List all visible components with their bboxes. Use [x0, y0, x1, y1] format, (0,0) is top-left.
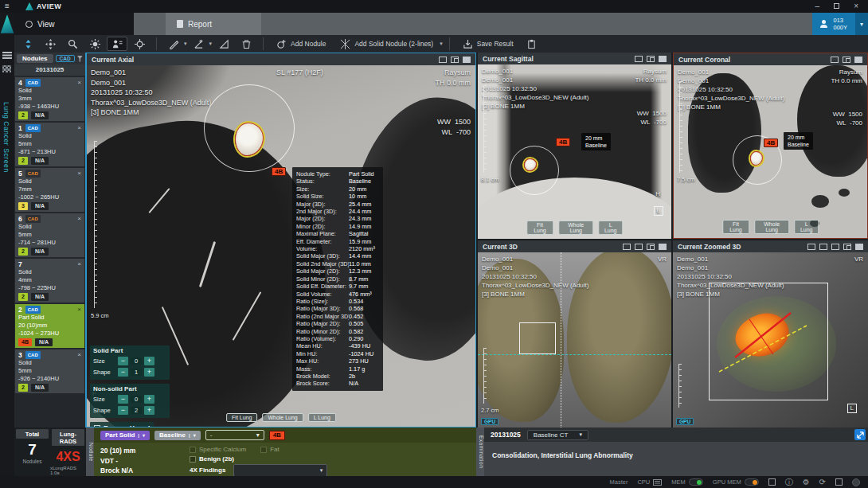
examination-section-tab[interactable]: Examination: [476, 427, 484, 476]
rail-layout-grid-icon[interactable]: [2, 65, 12, 73]
annotation-settings-icon[interactable]: [843, 57, 850, 63]
nonsolid-size-plus-button[interactable]: +: [144, 395, 154, 404]
nonsolid-shape-minus-button[interactable]: −: [118, 406, 128, 415]
clipboard-icon[interactable]: [768, 478, 776, 486]
patient-dropdown-chevron-icon[interactable]: ▾: [855, 13, 868, 35]
maximize-view-icon[interactable]: [854, 57, 862, 63]
add-nodule-button[interactable]: Add Nodule: [270, 37, 332, 51]
lung-region-button[interactable]: Fit Lung: [526, 221, 553, 235]
cad-toggle[interactable]: CAD: [56, 55, 75, 62]
minimize-button[interactable]: –: [815, 0, 820, 13]
solid-shape-minus-button[interactable]: −: [118, 368, 128, 377]
lung-region-button[interactable]: Whole Lung: [558, 221, 593, 235]
viewport-axial[interactable]: Current Axial Demo_001Demo_00120131025 1…: [86, 53, 476, 427]
viewport-zoomed-3d[interactable]: Current Zoomed 3D Demo_001Demo_001201310…: [673, 240, 868, 427]
viewport-3d[interactable]: Current 3D Demo_001Demo_00120131025 10:3…: [478, 240, 671, 427]
user-status-icon[interactable]: [852, 478, 860, 486]
nodule-grade-badge[interactable]: 4B: [272, 167, 286, 176]
lung-region-button[interactable]: L Lung: [794, 220, 819, 234]
snapshot-icon[interactable]: [831, 244, 839, 250]
window-layout-icon[interactable]: [835, 478, 843, 486]
lung-region-button[interactable]: Whole Lung: [262, 413, 303, 422]
sync-icon[interactable]: ⟳: [819, 478, 826, 487]
nonsolid-size-minus-button[interactable]: −: [118, 395, 128, 404]
snapshot-icon[interactable]: [635, 244, 643, 250]
tab-view[interactable]: View: [14, 13, 134, 35]
crosshair-icon[interactable]: [129, 37, 150, 51]
nodule-grade-badge[interactable]: 4B: [764, 139, 778, 147]
remove-vessel-checkbox[interactable]: Remove Vessel: [90, 422, 154, 427]
close-icon[interactable]: ×: [77, 351, 81, 359]
nodule-card[interactable]: 3CAD×Solid5mm-926 ~ 2140HU2N/A: [15, 349, 84, 393]
mem-toggle[interactable]: [689, 478, 703, 486]
annotation-settings-icon[interactable]: [451, 57, 459, 63]
maximize-view-icon[interactable]: [855, 244, 863, 250]
study-date[interactable]: 20131025: [14, 64, 85, 76]
app-menu-icon[interactable]: ≡: [0, 0, 14, 13]
clipboard-icon[interactable]: [522, 37, 542, 51]
close-icon[interactable]: ×: [77, 260, 81, 268]
nonsolid-shape-plus-button[interactable]: +: [144, 406, 154, 415]
filter-icon[interactable]: [77, 56, 83, 62]
lung-region-button[interactable]: Whole Lung: [754, 220, 789, 234]
nodule-card[interactable]: 6CAD×Solid5mm-714 ~ 281HU2N/A: [15, 213, 84, 257]
tab-report[interactable]: Report: [166, 13, 261, 35]
nodule-card[interactable]: 5CAD×Solid7mm-1002 ~ 265HU3N/A: [15, 168, 84, 212]
maximize-view-icon[interactable]: [659, 244, 667, 250]
layout-icon[interactable]: [623, 244, 631, 250]
layout-icon[interactable]: [819, 244, 827, 250]
nodule-grade-badge[interactable]: 4B: [556, 138, 570, 146]
save-result-button[interactable]: Save Result: [456, 37, 520, 51]
coronal-image[interactable]: Demo_001Demo_00120131025 10:32:50Thorax^…: [674, 65, 867, 238]
solid-size-plus-button[interactable]: +: [144, 357, 154, 365]
add-solid-nodule-dropdown-icon[interactable]: ▾: [440, 41, 443, 47]
lung-region-button[interactable]: Fit Lung: [226, 413, 257, 422]
exam-date[interactable]: 20131025: [491, 431, 521, 439]
close-icon[interactable]: ×: [77, 306, 81, 314]
annotation-settings-icon[interactable]: [843, 244, 851, 250]
maximize-view-icon[interactable]: [463, 57, 471, 63]
viewport-sagittal[interactable]: Current Sagittal Demo_001Demo_0012013102…: [478, 53, 671, 239]
rail-menu-icon[interactable]: [2, 51, 12, 59]
nodule-locator-box[interactable]: [519, 322, 556, 354]
flip-vertical-icon[interactable]: [18, 37, 38, 51]
settings-gear-icon[interactable]: ⚙: [803, 478, 810, 487]
ruler-icon[interactable]: [213, 37, 234, 51]
zoomed-3d-image[interactable]: Demo_001Demo_00120131025 10:32:50Thorax^…: [673, 252, 868, 427]
benign-checkbox[interactable]: [190, 456, 196, 463]
axial-image[interactable]: Demo_001Demo_00120131025 10:32:50Thorax^…: [87, 65, 475, 427]
solid-shape-plus-button[interactable]: +: [144, 368, 154, 377]
maximize-button[interactable]: [834, 3, 839, 9]
zoom-icon[interactable]: [62, 37, 83, 51]
delete-icon[interactable]: [236, 37, 256, 51]
lung-region-button[interactable]: L Lung: [598, 221, 623, 235]
window-level-icon[interactable]: [84, 37, 105, 51]
annotation-settings-icon[interactable]: [647, 56, 655, 62]
add-solid-nodule-button[interactable]: Add Solid Nodule (2-lines): [334, 37, 440, 51]
exam-ct-dropdown[interactable]: Baseline CT▾: [527, 430, 588, 440]
3d-image[interactable]: Demo_001Demo_00120131025 10:32:50Thorax^…: [478, 252, 671, 427]
nodule-section-tab[interactable]: Nodule: [86, 427, 94, 476]
viewport-coronal[interactable]: Current Coronal Demo_001Demo_00120131025…: [673, 53, 868, 239]
maximize-view-icon[interactable]: [659, 56, 667, 62]
close-icon[interactable]: ×: [77, 170, 81, 178]
measure-line-icon[interactable]: [163, 37, 184, 51]
close-icon[interactable]: ×: [77, 79, 81, 87]
nodule-status-dropdown[interactable]: Baseline|▾: [154, 431, 201, 440]
patient-badge[interactable]: 013 000Y: [812, 13, 855, 35]
expand-icon[interactable]: [854, 429, 866, 440]
snapshot-icon[interactable]: [635, 56, 643, 62]
nodule-card[interactable]: 2CAD×Part Solid20 (10)mm-1024 ~ 273HU4BN…: [15, 304, 84, 348]
close-icon[interactable]: ×: [77, 215, 81, 223]
nodule-card[interactable]: 4CAD×Solid3mm-938 ~ 1463HU2N/A: [15, 77, 84, 121]
sagittal-image[interactable]: Demo_001Demo_00120131025 10:32:50Thorax^…: [478, 64, 671, 239]
angle-measure-icon[interactable]: [189, 37, 209, 51]
lung-region-button[interactable]: Fit Lung: [722, 220, 749, 234]
pan-icon[interactable]: [40, 37, 61, 51]
compare-icon[interactable]: [807, 244, 815, 250]
solid-size-minus-button[interactable]: −: [118, 357, 128, 365]
snapshot-icon[interactable]: [439, 57, 447, 63]
info-icon[interactable]: ⓘ: [785, 478, 793, 487]
measure-dropdown-icon[interactable]: ▾: [184, 41, 187, 47]
nodule-card[interactable]: 7×Solid4mm-798 ~ 225HU2N/A: [15, 259, 84, 303]
